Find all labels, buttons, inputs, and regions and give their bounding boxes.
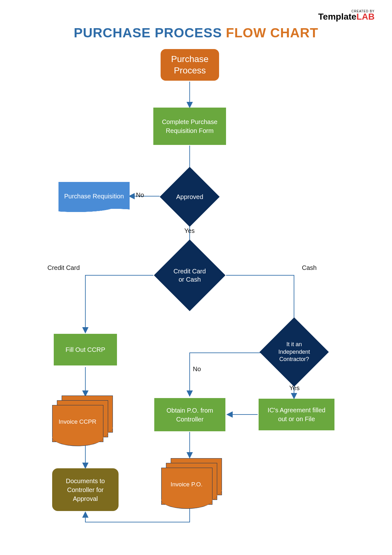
node-independent-contractor-label: It it an Independent Contractor? bbox=[270, 327, 319, 377]
logo: CREATED BY TemplateLAB bbox=[318, 9, 375, 22]
logo-brand: TemplateLAB bbox=[318, 12, 375, 22]
title-part1: PURCHASE PROCESS bbox=[74, 25, 226, 40]
node-invoice-po: Invoice P.O. bbox=[161, 458, 224, 506]
label-credit-card: Credit Card bbox=[47, 264, 80, 271]
logo-brand-part2: LAB bbox=[356, 12, 375, 22]
node-approved: Approved bbox=[168, 176, 211, 218]
node-requisition-form: Complete Purchase Requisition Form bbox=[153, 108, 226, 145]
node-ic-agreement: IC's Agreement filled out or on File bbox=[259, 399, 334, 430]
node-invoice-ccpr-label: Invoice CCPR bbox=[52, 418, 103, 425]
node-obtain-po: Obtain P.O. from Controller bbox=[154, 398, 225, 431]
node-credit-or-cash-label: Credit Card or Cash bbox=[164, 250, 215, 301]
flowchart-page: CREATED BY TemplateLAB PURCHASE PROCESS … bbox=[0, 0, 392, 555]
logo-brand-part1: Template bbox=[318, 12, 357, 22]
node-documents-approval: Documents to Controller for Approval bbox=[52, 468, 119, 511]
node-fill-ccrp: Fill Out CCRP bbox=[54, 334, 117, 365]
node-start: Purchase Process bbox=[161, 49, 219, 81]
node-invoice-po-label: Invoice P.O. bbox=[161, 481, 212, 488]
label-yes-2: Yes bbox=[289, 384, 300, 392]
label-cash: Cash bbox=[302, 264, 317, 271]
title-part2: FLOW CHART bbox=[226, 25, 318, 40]
node-purchase-requisition: Purchase Requisition bbox=[58, 182, 130, 210]
label-yes-1: Yes bbox=[184, 227, 195, 234]
label-no-1: No bbox=[136, 191, 144, 199]
page-title: PURCHASE PROCESS FLOW CHART bbox=[0, 25, 392, 41]
node-purchase-requisition-label: Purchase Requisition bbox=[64, 193, 124, 200]
node-approved-label: Approved bbox=[168, 176, 211, 218]
node-independent-contractor: It it an Independent Contractor? bbox=[270, 327, 319, 377]
label-no-2: No bbox=[193, 365, 201, 373]
node-invoice-ccpr: Invoice CCPR bbox=[52, 396, 115, 443]
node-credit-or-cash: Credit Card or Cash bbox=[164, 250, 215, 301]
